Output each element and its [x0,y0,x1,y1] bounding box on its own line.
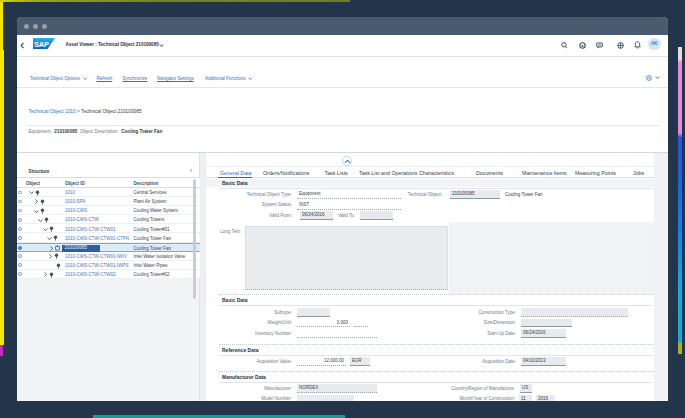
svg-text:SAP: SAP [34,40,49,49]
